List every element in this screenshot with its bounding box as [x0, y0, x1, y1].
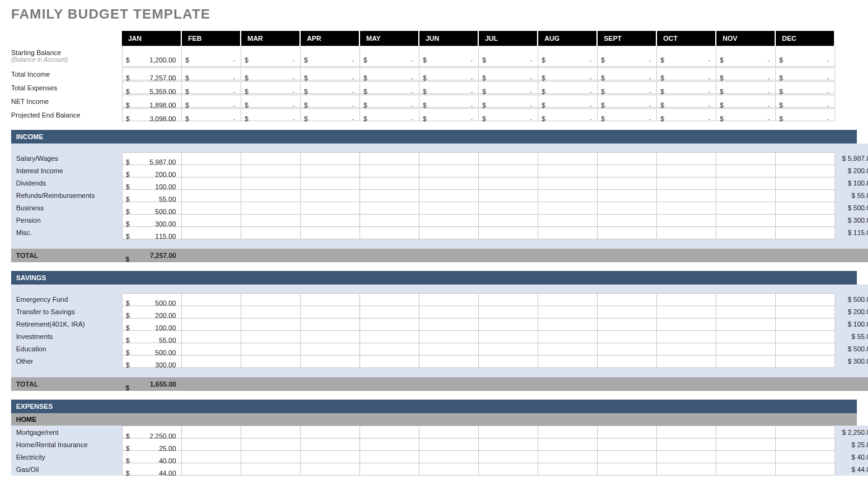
value-cell[interactable] — [538, 165, 597, 177]
value-cell[interactable] — [359, 330, 419, 343]
value-cell[interactable] — [300, 214, 359, 226]
value-cell[interactable] — [181, 226, 241, 239]
value-cell[interactable] — [419, 152, 478, 165]
value-cell[interactable] — [359, 165, 419, 177]
value-cell[interactable] — [716, 177, 775, 189]
value-cell[interactable] — [300, 152, 359, 165]
value-cell[interactable] — [478, 152, 538, 165]
value-cell[interactable] — [775, 165, 835, 177]
value-cell[interactable] — [181, 306, 241, 318]
value-cell[interactable]: $- — [181, 95, 241, 108]
value-cell[interactable] — [241, 226, 300, 239]
value-cell[interactable] — [181, 451, 241, 463]
value-cell[interactable] — [241, 214, 300, 226]
value-cell[interactable] — [300, 463, 359, 476]
value-cell[interactable]: $40.00 — [122, 451, 181, 463]
value-cell[interactable]: $- — [300, 46, 359, 67]
value-cell[interactable] — [419, 343, 478, 355]
value-cell[interactable] — [419, 226, 478, 239]
value-cell[interactable]: $200.00 — [122, 306, 181, 318]
value-cell[interactable] — [359, 463, 419, 476]
value-cell[interactable]: $- — [300, 68, 359, 80]
value-cell[interactable] — [181, 214, 241, 226]
value-cell[interactable] — [478, 330, 538, 343]
value-cell[interactable]: $- — [538, 46, 597, 67]
value-cell[interactable] — [241, 189, 300, 202]
value-cell[interactable]: $- — [181, 68, 241, 80]
value-cell[interactable] — [359, 152, 419, 165]
value-cell[interactable] — [597, 226, 656, 239]
value-cell[interactable] — [419, 189, 478, 202]
value-cell[interactable] — [597, 306, 656, 318]
value-cell[interactable]: $- — [359, 82, 419, 94]
value-cell[interactable]: $- — [538, 109, 597, 121]
value-cell[interactable] — [300, 355, 359, 367]
value-cell[interactable] — [656, 343, 716, 355]
value-cell[interactable] — [359, 426, 419, 439]
value-cell[interactable]: $- — [478, 109, 538, 121]
value-cell[interactable] — [300, 330, 359, 343]
value-cell[interactable] — [597, 426, 656, 439]
value-cell[interactable] — [775, 189, 835, 202]
value-cell[interactable] — [716, 152, 775, 165]
value-cell[interactable]: $- — [716, 82, 775, 94]
value-cell[interactable]: $- — [181, 46, 241, 67]
value-cell[interactable] — [538, 426, 597, 439]
value-cell[interactable] — [478, 165, 538, 177]
value-cell[interactable] — [181, 330, 241, 343]
value-cell[interactable] — [478, 293, 538, 306]
value-cell[interactable] — [419, 177, 478, 189]
value-cell[interactable] — [716, 214, 775, 226]
value-cell[interactable] — [597, 152, 656, 165]
value-cell[interactable] — [181, 177, 241, 189]
value-cell[interactable] — [241, 152, 300, 165]
value-cell[interactable] — [775, 355, 835, 367]
value-cell[interactable] — [241, 463, 300, 476]
value-cell[interactable] — [775, 463, 835, 476]
value-cell[interactable] — [656, 451, 716, 463]
value-cell[interactable] — [538, 463, 597, 476]
value-cell[interactable] — [181, 426, 241, 439]
value-cell[interactable]: $- — [300, 95, 359, 108]
value-cell[interactable] — [478, 226, 538, 239]
value-cell[interactable]: $5,987.00 — [122, 152, 181, 165]
value-cell[interactable]: $1,200.00 — [122, 46, 181, 67]
value-cell[interactable] — [181, 189, 241, 202]
value-cell[interactable] — [538, 306, 597, 318]
value-cell[interactable] — [597, 177, 656, 189]
value-cell[interactable] — [359, 214, 419, 226]
value-cell[interactable]: $7,257.00 — [122, 68, 181, 80]
value-cell[interactable]: $2,250.00 — [122, 426, 181, 439]
value-cell[interactable] — [716, 165, 775, 177]
value-cell[interactable] — [359, 189, 419, 202]
value-cell[interactable]: $- — [597, 68, 656, 80]
value-cell[interactable] — [775, 202, 835, 214]
value-cell[interactable]: $- — [597, 46, 656, 67]
value-cell[interactable] — [656, 439, 716, 451]
value-cell[interactable]: $- — [241, 46, 300, 67]
value-cell[interactable] — [597, 189, 656, 202]
value-cell[interactable] — [478, 177, 538, 189]
value-cell[interactable]: $500.00 — [122, 293, 181, 306]
value-cell[interactable]: $- — [359, 95, 419, 108]
value-cell[interactable]: $3,098.00 — [122, 109, 181, 121]
value-cell[interactable] — [359, 177, 419, 189]
value-cell[interactable] — [359, 451, 419, 463]
value-cell[interactable]: $- — [538, 68, 597, 80]
value-cell[interactable] — [300, 318, 359, 330]
value-cell[interactable] — [478, 189, 538, 202]
value-cell[interactable]: $- — [300, 109, 359, 121]
value-cell[interactable] — [241, 330, 300, 343]
value-cell[interactable]: $- — [359, 109, 419, 121]
value-cell[interactable] — [656, 426, 716, 439]
value-cell[interactable]: $500.00 — [122, 343, 181, 355]
value-cell[interactable] — [419, 318, 478, 330]
value-cell[interactable]: $- — [656, 82, 716, 94]
value-cell[interactable] — [538, 202, 597, 214]
value-cell[interactable] — [538, 451, 597, 463]
value-cell[interactable] — [716, 330, 775, 343]
value-cell[interactable]: $500.00 — [122, 202, 181, 214]
value-cell[interactable]: $- — [419, 109, 478, 121]
value-cell[interactable]: $- — [419, 82, 478, 94]
value-cell[interactable] — [241, 426, 300, 439]
